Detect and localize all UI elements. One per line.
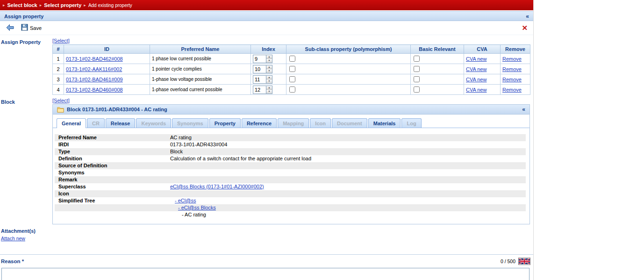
folder-icon	[57, 107, 64, 113]
breadcrumb: ▸ Select block ▸ Select property ▸ Add e…	[0, 0, 533, 10]
detail-row: Icon	[55, 190, 526, 197]
stepper-down-icon[interactable]: ▼	[266, 90, 272, 93]
basic-relevant-checkbox[interactable]	[414, 56, 420, 62]
row-num: 4	[53, 85, 64, 95]
row-num: 1	[53, 54, 64, 64]
table-header-row: # ID Preferred Name Index Sub-class prop…	[53, 45, 530, 54]
block-section: Block [Select] Block 0173-1#01-ADR433#00…	[0, 98, 533, 224]
preferred-name-cell: 1-phase low voltage possible	[150, 74, 251, 85]
tab-release[interactable]: Release	[106, 118, 136, 128]
stepper-up-icon[interactable]: ▲	[266, 65, 272, 70]
detail-label: Synonyms	[55, 170, 170, 176]
collapse-panel-icon[interactable]: «	[526, 13, 529, 20]
block-select-link[interactable]: [Select]	[52, 98, 70, 103]
tree-node-ac-rating: - AC rating	[170, 212, 526, 218]
stepper-down-icon[interactable]: ▼	[266, 69, 272, 73]
col-preferred-name: Preferred Name	[150, 45, 251, 54]
property-id-link[interactable]: 0173-1#02-BAD461#009	[66, 77, 123, 82]
detail-row: Preferred Name AC rating	[55, 134, 526, 141]
basic-relevant-checkbox[interactable]	[414, 66, 420, 72]
index-stepper[interactable]: 11▲▼	[253, 75, 272, 84]
tree-node-eclss-link[interactable]: - eCl@ss	[175, 198, 196, 203]
remove-link[interactable]: Remove	[502, 66, 522, 72]
col-id: ID	[64, 45, 150, 54]
col-remove: Remove	[501, 45, 530, 54]
row-num: 2	[53, 64, 64, 74]
breadcrumb-select-property[interactable]: Select property	[44, 2, 81, 8]
remove-link[interactable]: Remove	[502, 87, 522, 93]
reason-label: Reason *	[1, 258, 24, 264]
block-panel-title: Block 0173-1#01-ADR433#004 - AC rating	[67, 107, 167, 112]
panel-title: Assign property	[4, 14, 43, 19]
detail-row: Definition Calculation of a switch conta…	[55, 155, 526, 162]
assign-property-section: Assign Property [Select] # ID Preferred …	[0, 38, 533, 95]
index-stepper[interactable]: 12▲▼	[253, 86, 272, 94]
index-stepper[interactable]: 10▲▼	[253, 65, 272, 73]
property-id-link[interactable]: 0173-1#02-AAK116#002	[66, 66, 122, 72]
assign-property-select-link[interactable]: [Select]	[52, 38, 70, 43]
property-id-link[interactable]: 0173-1#02-BAD460#008	[66, 87, 123, 93]
breadcrumb-select-block[interactable]: Select block	[7, 2, 37, 8]
detail-label: Type	[55, 149, 170, 155]
tab-mapping: Mapping	[278, 118, 309, 128]
detail-value	[170, 177, 526, 183]
stepper-up-icon[interactable]: ▲	[266, 86, 272, 90]
property-id-link[interactable]: 0173-1#02-BAD462#008	[66, 56, 123, 62]
save-button[interactable]: Save	[21, 24, 42, 32]
tab-keywords: Keywords	[136, 118, 171, 128]
subclass-checkbox[interactable]	[289, 56, 295, 62]
subclass-checkbox[interactable]	[289, 86, 295, 93]
cva-new-link[interactable]: CVA new	[466, 66, 487, 72]
close-icon[interactable]: ✕	[522, 24, 528, 31]
collapse-block-panel-icon[interactable]: «	[522, 106, 525, 113]
detail-label: Definition	[55, 156, 170, 162]
uk-flag-icon[interactable]	[518, 258, 530, 265]
table-row: 1 0173-1#02-BAD462#008 1 phase low curre…	[53, 54, 530, 64]
tree-node-eclss-blocks-link[interactable]: - eCl@ss Blocks	[178, 205, 216, 210]
stepper-down-icon[interactable]: ▼	[266, 59, 272, 63]
attachments-section: Attachment(s) Attach new	[0, 224, 533, 241]
detail-label: Preferred Name	[55, 135, 170, 141]
col-num: #	[53, 45, 64, 54]
tab-icon: Icon	[310, 118, 331, 128]
assigned-properties-table: # ID Preferred Name Index Sub-class prop…	[52, 44, 530, 95]
attach-new-link[interactable]: Attach new	[1, 236, 25, 241]
col-subclass: Sub-class property (polymorphism)	[286, 45, 411, 54]
detail-label: Icon	[55, 191, 170, 197]
detail-label: Simplified Tree	[55, 198, 170, 204]
cva-new-link[interactable]: CVA new	[466, 87, 487, 93]
tab-general[interactable]: General	[57, 118, 86, 128]
stepper-up-icon[interactable]: ▲	[266, 76, 272, 80]
remove-link[interactable]: Remove	[502, 77, 522, 82]
char-counter: 0 / 500	[501, 258, 515, 264]
content-area: Assign Property [Select] # ID Preferred …	[0, 35, 533, 280]
subclass-checkbox[interactable]	[289, 66, 295, 72]
block-details: Preferred Name AC rating IRDI 0173-1#01-…	[55, 134, 526, 218]
tab-property[interactable]: Property	[209, 118, 241, 128]
toolbar: Save ✕	[0, 21, 533, 35]
app-window: ▸ Select block ▸ Select property ▸ Add e…	[0, 0, 534, 280]
stepper-down-icon[interactable]: ▼	[266, 79, 272, 83]
detail-row: Superclass eCl@ss Blocks (0173-1#01-AZI0…	[55, 183, 526, 190]
subclass-checkbox[interactable]	[289, 76, 295, 82]
tab-reference[interactable]: Reference	[242, 118, 277, 128]
reason-textarea[interactable]	[1, 268, 530, 280]
tab-materials[interactable]: Materials	[368, 118, 401, 128]
superclass-link[interactable]: eCl@ss Blocks (0173-1#01-AZI000#002)	[170, 184, 264, 189]
detail-value	[170, 191, 526, 197]
remove-link[interactable]: Remove	[502, 56, 522, 62]
preferred-name-cell: 1-phase overload current possible	[150, 85, 251, 95]
breadcrumb-add-existing-property: Add existing property	[88, 3, 132, 8]
basic-relevant-checkbox[interactable]	[414, 76, 420, 82]
detail-value: Block	[170, 149, 526, 155]
block-panel-header: Block 0173-1#01-ADR433#004 - AC rating «	[53, 105, 530, 115]
detail-row: - AC rating	[55, 211, 526, 218]
cva-new-link[interactable]: CVA new	[466, 77, 487, 82]
basic-relevant-checkbox[interactable]	[414, 86, 420, 93]
index-stepper[interactable]: 9▲▼	[253, 55, 272, 63]
back-button[interactable]	[6, 23, 14, 33]
tab-log: Log	[401, 118, 421, 128]
back-arrow-icon	[6, 23, 14, 33]
cva-new-link[interactable]: CVA new	[466, 56, 487, 62]
stepper-up-icon[interactable]: ▲	[266, 55, 272, 59]
